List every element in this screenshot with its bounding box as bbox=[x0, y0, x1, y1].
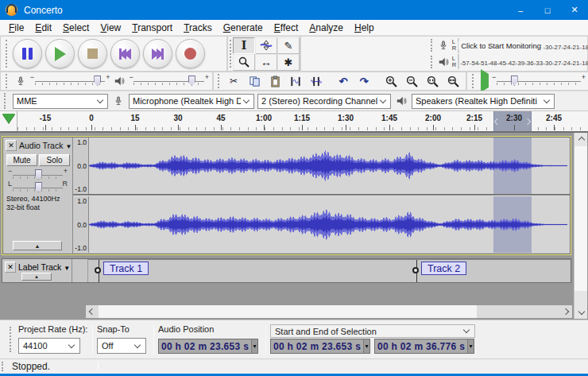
vertical-scrollbar[interactable] bbox=[574, 133, 587, 319]
timeshift-tool-button[interactable]: ↔ bbox=[255, 54, 277, 71]
timeline-ruler[interactable]: -1501530451:001:151:301:452:002:152:302:… bbox=[0, 110, 588, 133]
track-title-menu[interactable]: Label Track ▼ bbox=[18, 262, 70, 272]
selection-tool-button[interactable]: I bbox=[233, 37, 255, 54]
recording-meter-bar[interactable]: -57-54-51-48-45-42-39-36-33-30-27-24-21-… bbox=[458, 38, 459, 53]
label-handle[interactable] bbox=[412, 267, 419, 273]
snap-to-dropdown[interactable]: Off bbox=[97, 338, 146, 354]
menu-help[interactable]: Help bbox=[349, 21, 380, 35]
zoom-in-button[interactable] bbox=[381, 73, 401, 89]
audio-host-dropdown[interactable]: MME bbox=[13, 94, 108, 109]
selection-end-field[interactable]: 00 h 02 m 36.776 s ▾ bbox=[374, 339, 474, 354]
field-dropdown-icon[interactable]: ▾ bbox=[363, 339, 369, 353]
fit-selection-button[interactable] bbox=[422, 73, 443, 89]
menu-analyze[interactable]: Analyze bbox=[304, 21, 349, 35]
waveform-right-channel[interactable] bbox=[89, 196, 570, 253]
vertical-ruler[interactable]: 1.0 0.0 -1.0 bbox=[73, 196, 89, 253]
horizontal-scrollbar-thumb[interactable] bbox=[99, 305, 477, 318]
playback-meter-bar[interactable]: -57-54-51-48-45-42-39-36-33-30-27-24-21-… bbox=[458, 54, 459, 69]
skip-to-end-button[interactable] bbox=[143, 39, 172, 68]
copy-button[interactable] bbox=[244, 73, 265, 89]
timeline-major-tick bbox=[135, 125, 136, 130]
menu-tracks[interactable]: Tracks bbox=[178, 21, 218, 35]
mute-button[interactable]: Mute bbox=[6, 154, 37, 166]
selection-left-handle[interactable] bbox=[494, 118, 501, 124]
collapse-track-button[interactable]: ▲ bbox=[13, 241, 62, 250]
maximize-button[interactable]: □ bbox=[534, 0, 561, 20]
minimize-button[interactable]: – bbox=[507, 0, 534, 20]
menu-transport[interactable]: Transport bbox=[126, 21, 178, 35]
fit-project-button[interactable] bbox=[443, 73, 463, 89]
field-dropdown-icon[interactable]: ▾ bbox=[251, 339, 257, 353]
zoom-out-button[interactable] bbox=[401, 73, 422, 89]
playback-device-dropdown[interactable]: Speakers (Realtek High Definiti bbox=[412, 94, 555, 109]
recording-device-dropdown[interactable]: Microphone (Realtek High Defini bbox=[129, 94, 254, 109]
toolbar-grip[interactable] bbox=[10, 327, 14, 352]
play-at-speed-button[interactable] bbox=[481, 74, 489, 88]
toolbar-grip[interactable] bbox=[472, 74, 476, 88]
scroll-up-button[interactable] bbox=[574, 133, 587, 145]
toolbar-grip[interactable] bbox=[2, 362, 6, 372]
record-button[interactable] bbox=[176, 39, 205, 68]
label-pill[interactable]: Track 2 bbox=[421, 262, 466, 275]
menu-view[interactable]: View bbox=[95, 21, 126, 35]
field-dropdown-icon[interactable]: ▾ bbox=[467, 339, 474, 353]
label-pill[interactable]: Track 1 bbox=[103, 262, 149, 275]
recording-meter[interactable]: LR -57-54-51-48-45-42-39-36-33-30-27-24-… bbox=[429, 37, 459, 54]
recording-channels-dropdown[interactable]: 2 (Stereo) Recording Channels bbox=[257, 94, 391, 109]
toolbar-grip[interactable] bbox=[431, 39, 435, 52]
silence-selection-button[interactable] bbox=[306, 73, 327, 89]
vertical-ruler[interactable]: 1.0 0.0 -1.0 bbox=[73, 138, 89, 194]
scroll-down-button[interactable] bbox=[574, 306, 587, 319]
toolbar-grip[interactable] bbox=[431, 56, 435, 68]
close-track-button[interactable]: ✕ bbox=[6, 140, 17, 151]
project-rate-dropdown[interactable]: 44100 bbox=[18, 338, 80, 354]
solo-button[interactable]: Solo bbox=[39, 154, 70, 166]
draw-tool-button[interactable]: ✎ bbox=[277, 37, 300, 54]
selection-right-handle[interactable] bbox=[524, 118, 531, 124]
trim-outside-selection-button[interactable] bbox=[285, 73, 306, 89]
cut-button[interactable]: ✂ bbox=[223, 73, 244, 89]
redo-button[interactable]: ↷ bbox=[354, 73, 374, 89]
toolbar-grip[interactable] bbox=[6, 40, 10, 67]
audio-position-field[interactable]: 00 h 02 m 23.653 s ▾ bbox=[158, 339, 258, 354]
waveform-left-channel[interactable] bbox=[89, 138, 570, 194]
close-button[interactable]: ✕ bbox=[561, 0, 588, 20]
selection-mode-dropdown[interactable]: Start and End of Selection bbox=[270, 324, 475, 338]
monitoring-hint[interactable]: Click to Start Monitoring bbox=[458, 41, 544, 50]
pin-playhead-button[interactable] bbox=[0, 111, 17, 131]
label-handle[interactable] bbox=[95, 267, 101, 273]
zoom-tool-button[interactable] bbox=[233, 54, 255, 71]
scroll-right-button[interactable] bbox=[559, 305, 572, 318]
menu-edit[interactable]: Edit bbox=[29, 21, 57, 35]
playback-meter[interactable]: LR -57-54-51-48-45-42-39-36-33-30-27-24-… bbox=[429, 54, 459, 71]
label-track-area[interactable]: Track 1Track 2 bbox=[88, 259, 571, 282]
menu-effect[interactable]: Effect bbox=[269, 21, 304, 35]
multi-tool-button[interactable]: ✱ bbox=[277, 54, 300, 71]
menu-file[interactable]: File bbox=[3, 21, 29, 35]
play-button[interactable] bbox=[45, 39, 75, 68]
playback-volume-slider[interactable]: − + bbox=[129, 74, 209, 88]
toolbar-grip[interactable] bbox=[218, 74, 222, 88]
pan-slider[interactable]: L R bbox=[8, 180, 68, 195]
toolbar-grip[interactable] bbox=[4, 93, 8, 108]
undo-button[interactable]: ↶ bbox=[333, 73, 354, 89]
vertical-scrollbar-thumb[interactable] bbox=[574, 146, 587, 291]
stop-button[interactable] bbox=[78, 39, 107, 68]
close-track-button[interactable]: ✕ bbox=[5, 262, 16, 273]
playback-speed-slider[interactable]: − + bbox=[492, 74, 586, 88]
envelope-tool-button[interactable] bbox=[255, 37, 277, 54]
toolbar-grip[interactable] bbox=[230, 40, 231, 67]
skip-to-start-button[interactable] bbox=[110, 39, 140, 68]
menu-generate[interactable]: Generate bbox=[218, 21, 269, 35]
menu-select[interactable]: Select bbox=[57, 21, 95, 35]
pause-button[interactable] bbox=[13, 39, 42, 68]
horizontal-scrollbar[interactable] bbox=[86, 305, 572, 318]
toolbar-grip[interactable] bbox=[6, 74, 10, 88]
recording-volume-slider[interactable]: − + bbox=[30, 74, 110, 88]
track-title-menu[interactable]: Audio Track ▼ bbox=[19, 141, 72, 150]
selection-start-field[interactable]: 00 h 02 m 23.653 s ▾ bbox=[270, 339, 370, 354]
title-bar[interactable]: Concerto – □ ✕ bbox=[0, 0, 588, 20]
paste-button[interactable] bbox=[265, 73, 285, 89]
scroll-left-button[interactable] bbox=[86, 305, 99, 318]
collapse-track-button[interactable]: ▲ bbox=[21, 273, 52, 281]
